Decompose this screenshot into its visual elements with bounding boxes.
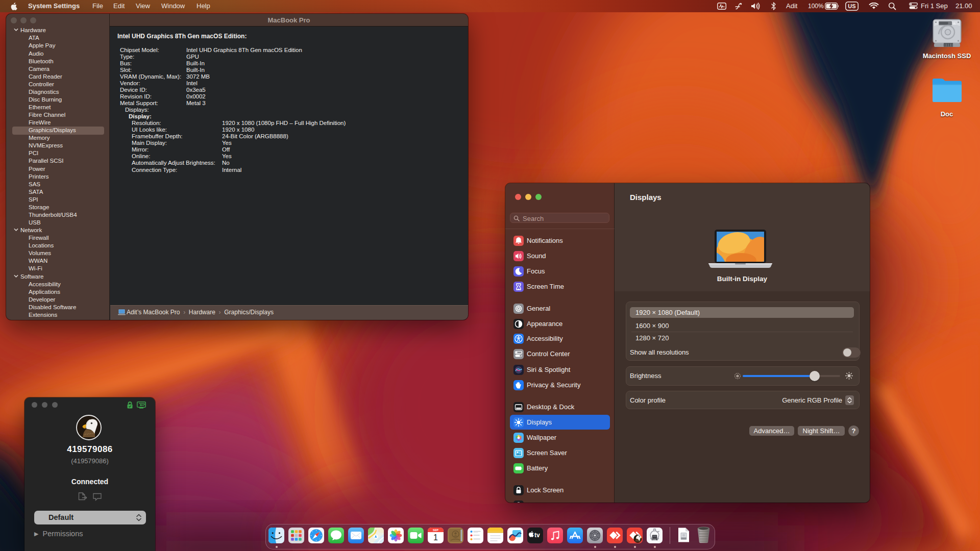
svg-text:US: US <box>848 3 855 9</box>
svg-text:1: 1 <box>433 533 438 542</box>
svg-text:tv: tv <box>534 532 540 539</box>
svg-text:SEP: SEP <box>433 529 438 532</box>
